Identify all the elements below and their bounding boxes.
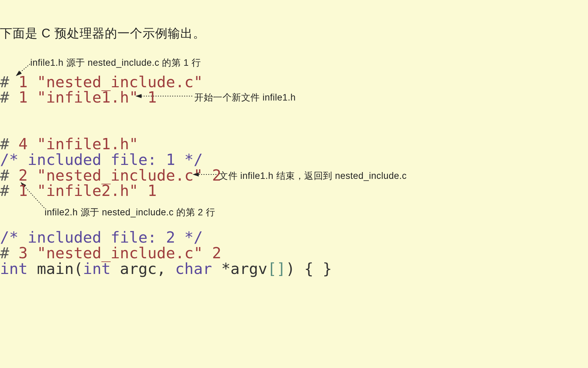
code-line-2: # 1 "infile1.h" 1 <box>0 90 157 105</box>
intro-text: 下面是 C 预处理器的一个示例输出。 <box>0 25 206 42</box>
code-line-9: int main(int argc, char *argv[]) { } <box>0 261 332 276</box>
code-line-4: /* included file: 1 */ <box>0 152 203 167</box>
annotation-3: 文件 infile1.h 结束，返回到 nested_include.c <box>219 170 407 182</box>
code-line-7: /* included file: 2 */ <box>0 230 203 245</box>
annotation-1: infile1.h 源于 nested_include.c 的第 1 行 <box>30 57 201 69</box>
annotation-4: infile2.h 源于 nested_include.c 的第 2 行 <box>45 206 215 218</box>
code-line-1: # 1 "nested_include.c" <box>0 74 203 90</box>
code-line-6: # 1 "infile2.h" 1 <box>0 183 157 198</box>
code-line-5: # 2 "nested_include.c" 2 <box>0 168 221 183</box>
annotation-2: 开始一个新文件 infile1.h <box>194 91 296 104</box>
code-line-3: # 4 "infile1.h" <box>0 136 138 152</box>
code-line-8: # 3 "nested_include.c" 2 <box>0 245 221 261</box>
